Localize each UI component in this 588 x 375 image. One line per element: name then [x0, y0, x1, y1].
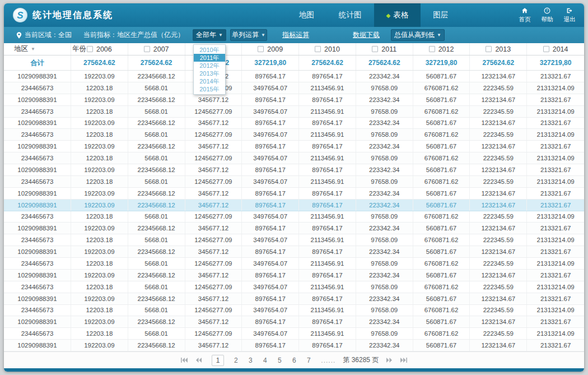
table-row[interactable]: 10290988391192203.0922345668.12345677.12…	[4, 270, 584, 281]
table-row[interactable]: 10290988391192203.0922345668.12345677.12…	[4, 188, 584, 200]
indicator-operation-link[interactable]: 指标运算	[282, 27, 309, 43]
cell: 560871.67	[413, 94, 470, 105]
year-checkbox[interactable]	[429, 46, 435, 52]
data-download-link[interactable]: 数据下载	[353, 27, 380, 43]
cell: 6760871.62	[413, 129, 470, 140]
year-checkbox[interactable]	[486, 46, 492, 52]
quick-link-home[interactable]: 首页	[516, 7, 534, 24]
cell: 234465673	[4, 328, 71, 339]
nav-tab-layers[interactable]: 图层	[421, 3, 460, 27]
table-row[interactable]: 10290988391192203.0922345668.12345677.12…	[4, 340, 584, 351]
cell: 5668.01	[128, 305, 185, 316]
cell: 345677.12	[185, 340, 242, 351]
cell: 3497654.07	[242, 328, 299, 339]
total-row[interactable]: 合计 275624.62275624.62275624.62327219,802…	[4, 55, 584, 71]
cell: 897654.17	[299, 223, 356, 234]
table-row[interactable]: 10290988391192203.0922345668.12345677.12…	[4, 223, 584, 234]
cell: 223342.34	[356, 141, 413, 152]
table-row[interactable]: 10290988391192203.0922345668.12345677.12…	[4, 316, 584, 328]
fast-backward-button[interactable]	[195, 357, 202, 363]
page-number[interactable]: 5	[277, 357, 282, 364]
last-page-button[interactable]	[400, 357, 408, 363]
cell: 2113456.91	[299, 258, 356, 269]
table-row[interactable]: 23446567312203.185668.0112456277.0934976…	[4, 82, 584, 94]
table-row[interactable]: 23446567312203.185668.0112456277.0934976…	[4, 328, 584, 340]
year-checkbox[interactable]	[87, 46, 93, 52]
first-page-button[interactable]	[180, 357, 188, 363]
cell: 1232134.67	[470, 118, 527, 129]
home-icon	[521, 7, 528, 15]
table-row[interactable]: 10290988391192203.0922345668.12345677.12…	[4, 200, 584, 211]
table-row[interactable]: 23446567312203.185668.0112456277.0934976…	[4, 152, 584, 164]
single-column-operation-label: 单列运算	[232, 30, 259, 40]
year-option[interactable]: 2012年	[194, 62, 225, 70]
cell: 3497654.07	[242, 152, 299, 164]
cell: 234465673	[4, 176, 71, 187]
fast-forward-button[interactable]	[386, 357, 393, 363]
year-option[interactable]: 2011年	[194, 54, 225, 62]
cell: 3497654.07	[242, 82, 299, 94]
cell: 12456277.09	[185, 258, 242, 269]
nav-tab-chart[interactable]: 统计图	[326, 3, 374, 27]
cell: 897654.17	[242, 293, 299, 304]
total-pages-label: 第 36285 页	[343, 355, 379, 365]
table-row[interactable]: 23446567312203.185668.0112456277.0934976…	[4, 281, 584, 293]
table-row[interactable]: 10290988391192203.0922345668.12345677.12…	[4, 71, 584, 82]
cell: 10290988391	[4, 270, 71, 281]
quick-link-help[interactable]: ?帮助	[538, 7, 556, 24]
table-row[interactable]: 10290988391192203.0922345668.12345677.12…	[4, 141, 584, 152]
page-number[interactable]: 6	[291, 357, 297, 364]
table-row[interactable]: 23446567312203.185668.0112456277.0934976…	[4, 234, 584, 246]
table-row[interactable]: 23446567312203.185668.0112456277.0934976…	[4, 129, 584, 141]
table-row[interactable]: 23446567312203.185668.0112456277.0934976…	[4, 176, 584, 188]
cell: 560871.67	[413, 293, 470, 304]
cell: 223342.34	[356, 340, 413, 351]
year-option[interactable]: 2014年	[194, 77, 225, 85]
cell: 21313214.09	[527, 328, 584, 339]
table-row[interactable]: 10290988391192203.0922345668.12345677.12…	[4, 118, 584, 129]
page-number[interactable]: 1	[212, 355, 225, 366]
year-checkbox[interactable]	[543, 46, 549, 52]
quick-link-exit[interactable]: 退出	[561, 7, 578, 24]
total-cell: 275624.62	[71, 55, 128, 70]
cell: 222345.59	[470, 152, 527, 164]
table-row[interactable]: 23446567312203.185668.0112456277.0934976…	[4, 305, 584, 317]
table-row[interactable]: 10290988391192203.0922345668.12345677.12…	[4, 94, 584, 106]
table-row[interactable]: 23446567312203.185668.0112456277.0934976…	[4, 258, 584, 270]
cell: 897654.17	[242, 200, 299, 211]
table-row[interactable]: 23446567312203.185668.0112456277.0934976…	[4, 106, 584, 118]
year-option[interactable]: 2013年	[194, 70, 225, 77]
cell: 5668.01	[128, 152, 185, 164]
year-option[interactable]: 2010年	[194, 46, 225, 54]
table-row[interactable]: 10290988391192203.0922345668.12345677.12…	[4, 293, 584, 305]
sort-order-button[interactable]: 总值从高到低	[391, 29, 445, 41]
table-row[interactable]: 23446567312203.185668.0112456277.0934976…	[4, 211, 584, 223]
year-filter-button[interactable]: 全部年	[193, 29, 226, 41]
year-checkbox[interactable]	[315, 46, 321, 52]
year-checkbox[interactable]	[258, 46, 264, 52]
single-column-operation-button[interactable]: 单列运算	[230, 29, 267, 41]
nav-tab-label: 表格	[393, 10, 408, 20]
cell: 12456277.09	[185, 281, 242, 293]
cell: 222345.59	[470, 258, 527, 269]
table-row[interactable]: 10290988391192203.0922345668.12345677.12…	[4, 246, 584, 258]
app-logo-icon: S	[13, 8, 27, 22]
cell: 10290988391	[4, 94, 71, 105]
table-header-row: 地区 年份 2006200720082009201020112012201320…	[4, 43, 584, 55]
region-column-header[interactable]: 地区	[4, 43, 71, 55]
cell: 97658.09	[356, 152, 413, 164]
table-row[interactable]: 10290988391192203.0922345668.12345677.12…	[4, 164, 584, 176]
cell: 897654.17	[299, 71, 356, 82]
cell: 3497654.07	[242, 106, 299, 117]
page-number[interactable]: 7	[306, 357, 311, 364]
cell: 5668.01	[128, 82, 185, 94]
year-checkbox[interactable]	[372, 46, 378, 52]
page-number[interactable]: 4	[262, 357, 268, 364]
page-number[interactable]: 3	[248, 357, 253, 364]
nav-tab-table[interactable]: ◆表格	[374, 3, 421, 27]
cell: 192203.09	[71, 141, 128, 152]
nav-tab-map[interactable]: 地图	[287, 3, 326, 27]
year-checkbox[interactable]	[144, 46, 150, 52]
page-number[interactable]: 2	[233, 357, 239, 364]
year-option[interactable]: 2015年	[194, 85, 225, 93]
